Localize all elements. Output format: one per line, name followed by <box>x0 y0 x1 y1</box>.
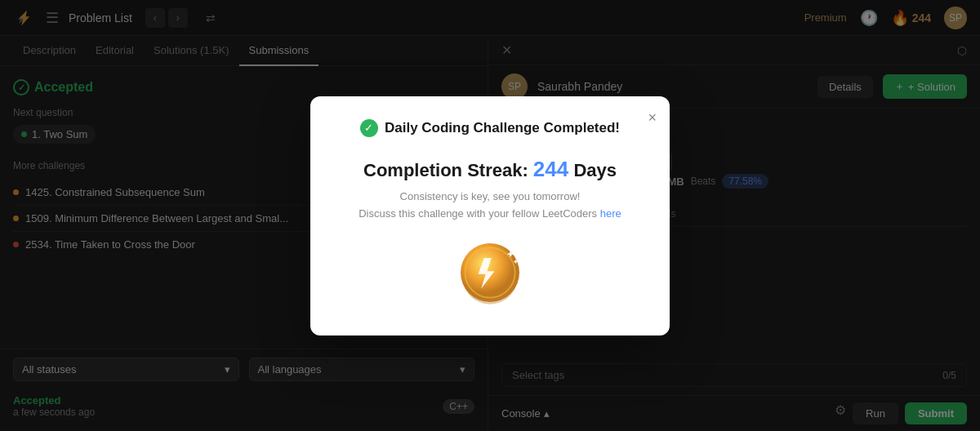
modal-title: Daily Coding Challenge Completed! <box>385 120 620 136</box>
streak-line: Completion Streak: 244 Days <box>340 157 640 182</box>
streak-prefix: Completion Streak: <box>363 160 528 180</box>
coin-container <box>340 236 640 309</box>
modal-check-icon: ✓ <box>360 119 378 137</box>
modal-sub-text: Consistency is key, see you tomorrow! <box>340 190 640 202</box>
modal-here-link[interactable]: here <box>600 207 621 220</box>
modal-close-button[interactable]: × <box>648 109 657 127</box>
streak-number: 244 <box>533 157 568 181</box>
modal-header: ✓ Daily Coding Challenge Completed! <box>340 119 640 137</box>
modal-link-text: Discuss this challenge with your fellow … <box>359 207 597 220</box>
modal-dialog: × ✓ Daily Coding Challenge Completed! Co… <box>310 96 670 335</box>
modal-link-row: Discuss this challenge with your fellow … <box>340 207 640 220</box>
modal-overlay: × ✓ Daily Coding Challenge Completed! Co… <box>0 0 980 431</box>
coin-icon <box>453 236 527 309</box>
streak-suffix: Days <box>573 160 617 180</box>
